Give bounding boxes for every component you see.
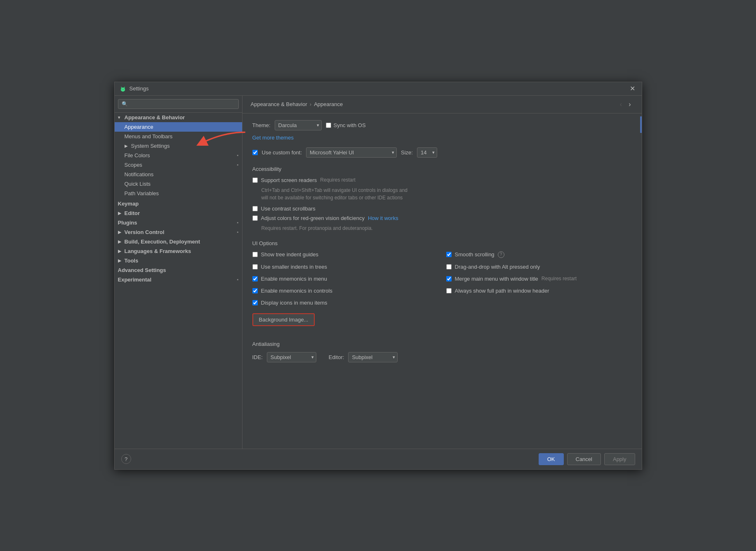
sidebar-item-appearance[interactable]: Appearance [115,122,242,132]
main-panel: Appearance & Behavior › Appearance ‹ › T… [243,96,642,449]
smooth-scrolling-checkbox[interactable] [446,252,452,257]
sidebar-item-version-control[interactable]: ▶ Version Control ▪ [115,227,242,237]
merge-menu-label[interactable]: Merge main menu with window title [455,276,538,282]
color-deficiency-checkbox[interactable] [252,215,258,221]
sidebar-item-editor[interactable]: ▶ Editor [115,208,242,218]
sync-os-label[interactable]: Sync with OS [334,122,366,128]
contrast-scrollbars-label[interactable]: Use contrast scrollbars [261,206,316,212]
custom-font-checkbox[interactable] [252,150,258,155]
ui-options-grid: Show tree indent guides Smooth scrolling… [252,251,632,309]
sidebar-item-appearance-behavior[interactable]: ▾ Appearance & Behavior [115,113,242,122]
screen-readers-checkbox[interactable] [252,177,258,183]
expand-icon: ▶ [125,144,130,148]
show-tree-indent-label[interactable]: Show tree indent guides [261,251,318,258]
how-it-works-link[interactable]: How it works [368,215,398,221]
experimental-icon: ▪ [237,277,239,282]
sidebar-item-scopes[interactable]: Scopes ▪ [115,160,242,170]
background-image-button[interactable]: Background Image... [252,313,315,326]
search-input[interactable] [130,101,235,107]
plugins-icon: ▪ [237,220,239,225]
sidebar-item-label: Notifications [125,171,154,177]
screen-readers-label[interactable]: Support screen readers [261,177,317,183]
size-select[interactable]: 14 12 16 [417,147,437,158]
theme-select[interactable]: Darcula IntelliJ Light High Contrast [275,120,322,130]
sidebar-item-file-colors[interactable]: File Colors ▪ [115,151,242,160]
smaller-indents-checkbox[interactable] [252,264,258,270]
smooth-scrolling-row: Smooth scrolling ? [446,251,632,258]
theme-row: Theme: Darcula IntelliJ Light High Contr… [252,120,632,130]
search-wrapper[interactable]: 🔍 [118,99,239,109]
color-deficiency-label[interactable]: Adjust colors for red-green vision defic… [261,215,365,221]
custom-font-label[interactable]: Use custom font: [262,149,302,156]
editor-select[interactable]: Subpixel Greyscale No antialiasing [348,352,398,362]
sidebar: 🔍 ▾ Appearance & Behavior Appearance Men… [115,96,243,449]
mnemonics-controls-row: Enable mnemonics in controls [252,288,438,294]
ide-label: IDE: [252,354,263,360]
nav-back-button[interactable]: ‹ [617,100,624,109]
sidebar-item-system-settings[interactable]: ▶ System Settings [115,141,242,151]
sidebar-item-path-variables[interactable]: Path Variables [115,189,242,198]
sidebar-item-tools[interactable]: ▶ Tools [115,256,242,265]
sidebar-item-label: Quick Lists [125,181,151,187]
close-button[interactable]: ✕ [628,85,637,92]
ui-options-section: UI Options Show tree indent guides Smoot… [252,240,632,333]
show-tree-indent-checkbox[interactable] [252,252,258,257]
ide-select-wrapper[interactable]: Subpixel Greyscale No antialiasing [267,352,316,362]
theme-select-wrapper[interactable]: Darcula IntelliJ Light High Contrast [275,120,322,130]
sync-os-checkbox[interactable] [326,123,331,128]
mnemonics-controls-label[interactable]: Enable mnemonics in controls [261,288,332,294]
mnemonics-menu-checkbox[interactable] [252,276,258,281]
android-icon [120,85,126,92]
drag-drop-label[interactable]: Drag-and-drop with Alt pressed only [455,264,540,270]
apply-button[interactable]: Apply [604,453,635,465]
accessibility-header: Accessibility [252,166,632,172]
sidebar-item-quick-lists[interactable]: Quick Lists [115,179,242,189]
sidebar-item-advanced-settings[interactable]: Advanced Settings [115,265,242,275]
file-colors-icon: ▪ [237,153,239,158]
help-button[interactable]: ? [121,454,131,464]
merge-menu-checkbox[interactable] [446,276,452,281]
ide-select[interactable]: Subpixel Greyscale No antialiasing [267,352,316,362]
size-select-wrapper[interactable]: 14 12 16 [417,147,437,158]
sidebar-item-experimental[interactable]: Experimental ▪ [115,275,242,284]
breadcrumb-parent: Appearance & Behavior [251,101,307,107]
sidebar-item-plugins[interactable]: Plugins ▪ [115,218,242,227]
font-select-wrapper[interactable]: Microsoft YaHei UI [306,147,397,158]
cancel-button[interactable]: Cancel [567,453,601,465]
font-select[interactable]: Microsoft YaHei UI [306,147,397,158]
display-icons-label[interactable]: Display icons in menu items [261,300,327,306]
get-themes-link[interactable]: Get more themes [252,135,294,141]
drag-drop-checkbox[interactable] [446,264,452,270]
contrast-scrollbars-row: Use contrast scrollbars [252,206,632,212]
font-row: Use custom font: Microsoft YaHei UI Size… [252,147,632,158]
mnemonics-menu-label[interactable]: Enable mnemonics in menu [261,276,327,282]
settings-content: Theme: Darcula IntelliJ Light High Contr… [243,114,642,449]
color-deficiency-desc: Requires restart. For protanopia and deu… [261,225,632,232]
mnemonics-controls-checkbox[interactable] [252,288,258,293]
drag-drop-row: Drag-and-drop with Alt pressed only [446,264,632,270]
nav-forward-button[interactable]: › [626,100,633,109]
sidebar-item-build-execution[interactable]: ▶ Build, Execution, Deployment [115,237,242,246]
size-label: Size: [401,149,413,156]
sidebar-item-languages-frameworks[interactable]: ▶ Languages & Frameworks [115,246,242,256]
display-icons-checkbox[interactable] [252,300,258,305]
theme-label: Theme: [252,122,271,128]
sidebar-item-label: Plugins [118,220,137,226]
nav-buttons: ‹ › [617,100,634,109]
contrast-scrollbars-checkbox[interactable] [252,206,258,211]
editor-select-wrapper[interactable]: Subpixel Greyscale No antialiasing [348,352,398,362]
sidebar-item-menus-toolbars[interactable]: Menus and Toolbars [115,132,242,141]
sidebar-item-notifications[interactable]: Notifications [115,170,242,179]
search-icon: 🔍 [122,101,128,107]
full-path-checkbox[interactable] [446,288,452,293]
ok-button[interactable]: OK [539,453,564,465]
smooth-scrolling-info-icon[interactable]: ? [498,251,504,258]
sidebar-item-keymap[interactable]: Keymap [115,199,242,208]
smooth-scrolling-label[interactable]: Smooth scrolling [455,251,495,258]
antialiasing-section: Antialiasing IDE: Subpixel Greyscale No … [252,341,632,362]
sidebar-item-label: Languages & Frameworks [125,248,191,254]
full-path-label[interactable]: Always show full path in window header [455,288,549,294]
smaller-indents-label[interactable]: Use smaller indents in trees [261,264,327,270]
svg-point-4 [122,89,122,89]
sidebar-item-label: Scopes [125,162,142,168]
